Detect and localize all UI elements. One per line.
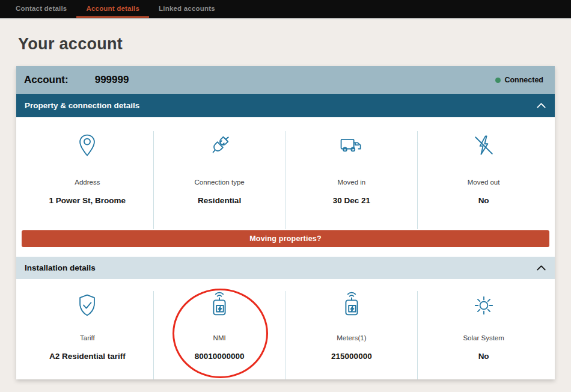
plug-icon [206, 131, 233, 160]
map-pin-icon [74, 131, 100, 160]
stat-value: Residential [198, 196, 241, 205]
stat-value: 1 Power St, Broome [49, 196, 126, 205]
crossed-bolt-icon [471, 131, 497, 160]
section-title-installation: Installation details [25, 263, 96, 272]
stat-column-tariff: Tariff A2 Residential tariff [22, 291, 153, 379]
stat-value: 80010000000 [195, 352, 245, 361]
account-number: 999999 [95, 74, 129, 86]
account-label: Account: [24, 74, 69, 86]
stat-value: 30 Dec 21 [333, 196, 370, 205]
sun-icon [471, 291, 497, 320]
section-title-property: Property & connection details [25, 101, 139, 110]
stat-label: Moved out [468, 179, 500, 186]
stat-value: 215000000 [331, 352, 372, 361]
stat-label: Meters(1) [337, 334, 366, 341]
chevron-up-icon[interactable] [536, 102, 546, 109]
status-dot-icon [495, 78, 501, 83]
tab-linked-accounts[interactable]: Linked accounts [149, 0, 225, 18]
stat-column-meters: Meters(1) 215000000 [286, 291, 418, 379]
chevron-up-icon[interactable] [536, 265, 546, 271]
stat-value: No [478, 196, 489, 205]
status-badge: Connected [495, 76, 547, 84]
shield-check-icon [74, 291, 100, 320]
stat-value: A2 Residential tariff [49, 352, 126, 361]
property-stats-row: Address 1 Power St, Broome Co [16, 117, 555, 229]
stat-column-nmi: NMI 80010000000 [153, 291, 286, 379]
stat-column-address: Address 1 Power St, Broome [22, 131, 153, 229]
account-card: Account: 999999 Connected Property & con… [16, 66, 555, 379]
page-body: Your account Account: 999999 Connected P… [0, 35, 571, 379]
stat-label: NMI [213, 334, 226, 341]
stat-column-moved-in: Moved in 30 Dec 21 [286, 131, 418, 229]
installation-stats-row: Tariff A2 Residential tariff NMI 8001000… [16, 279, 555, 379]
smart-meter-icon [206, 291, 233, 320]
stat-label: Moved in [338, 179, 366, 186]
stat-label: Solar System [463, 334, 504, 341]
stat-column-solar: Solar System No [417, 291, 549, 379]
page-title: Your account [18, 35, 555, 54]
stat-value: No [478, 352, 489, 361]
tab-contact-details[interactable]: Contact details [6, 0, 76, 18]
stat-column-connection-type: Connection type Residential [153, 131, 286, 229]
stat-column-moved-out: Moved out No [417, 131, 549, 229]
moving-properties-button[interactable]: Moving properties? [22, 230, 549, 247]
status-text: Connected [504, 76, 543, 84]
top-nav: Contact details Account details Linked a… [0, 0, 571, 19]
truck-icon [338, 131, 365, 160]
tab-account-details[interactable]: Account details [76, 0, 149, 18]
section-header-property[interactable]: Property & connection details [16, 94, 555, 117]
section-header-installation[interactable]: Installation details [16, 257, 555, 279]
stat-label: Tariff [80, 334, 95, 341]
stat-label: Address [75, 179, 100, 186]
stat-label: Connection type [195, 179, 245, 186]
account-bar: Account: 999999 Connected [16, 66, 555, 94]
smart-meter-icon [338, 291, 365, 320]
